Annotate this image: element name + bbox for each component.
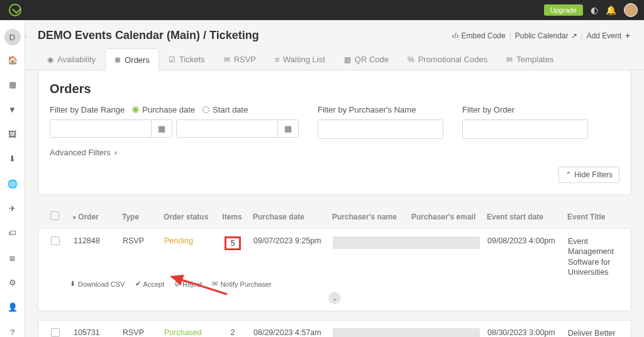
support-icon[interactable]: ◐ bbox=[591, 5, 598, 15]
order-type: RSVP bbox=[119, 236, 160, 245]
breadcrumb: DEMO Events Calendar (Main) / Ticketing bbox=[38, 29, 259, 42]
list-icon[interactable]: ≣ bbox=[8, 253, 18, 263]
topbar: Upgrade ◐ 🔔 bbox=[0, 0, 644, 20]
col-order[interactable]: ▾ Order bbox=[69, 213, 118, 221]
help-icon[interactable]: ? bbox=[8, 328, 18, 337]
date-to-input[interactable] bbox=[177, 120, 277, 137]
notify-action[interactable]: ✉Notify Purchaser bbox=[212, 280, 271, 288]
orders-icon: ≣ bbox=[114, 55, 121, 64]
promo-icon: % bbox=[408, 55, 414, 64]
tab-templates[interactable]: ✉Templates bbox=[497, 48, 563, 70]
filter-order-label: Filter by Order bbox=[462, 105, 588, 114]
filter-icon[interactable]: ▼ bbox=[8, 105, 18, 114]
radio-start-date[interactable]: Start date bbox=[203, 105, 248, 114]
sidebar: D › 🏠 ▦ ▼ 🖼 ⬇ 🌐 ✈ 🏷 ≣ ⚙ 👤 ? bbox=[0, 20, 25, 337]
public-calendar-link[interactable]: Public Calendar↗ bbox=[515, 31, 577, 40]
col-items[interactable]: Items bbox=[215, 213, 249, 221]
add-event-link[interactable]: Add Event＋ bbox=[587, 30, 631, 41]
tab-tickets[interactable]: ☑Tickets bbox=[159, 48, 214, 70]
calendar-icon[interactable]: ▦ bbox=[8, 80, 18, 89]
page-title: Orders bbox=[50, 82, 619, 96]
expand-row-button[interactable]: ⌄ bbox=[328, 292, 341, 304]
globe-icon[interactable]: 🌐 bbox=[8, 179, 18, 189]
tab-orders[interactable]: ≣Orders bbox=[105, 48, 159, 70]
col-event-start[interactable]: Event start date bbox=[483, 213, 564, 221]
mail-icon: ✉ bbox=[212, 280, 218, 288]
download-icon[interactable]: ⬇ bbox=[8, 154, 18, 163]
date-from-picker[interactable]: ▦ bbox=[151, 120, 172, 137]
col-purchase-date[interactable]: Purchase date bbox=[249, 213, 328, 221]
send-icon[interactable]: ✈ bbox=[8, 204, 18, 213]
rsvp-icon: ✉ bbox=[224, 55, 230, 64]
select-all-checkbox[interactable] bbox=[50, 211, 59, 220]
sort-icon: ▾ bbox=[73, 214, 76, 221]
radio-purchase-date[interactable]: Purchase date bbox=[132, 105, 195, 114]
accept-action[interactable]: ✔Accept bbox=[135, 280, 165, 288]
home-icon[interactable]: 🏠 bbox=[8, 55, 18, 65]
check-icon: ✔ bbox=[135, 280, 141, 288]
tab-rsvp[interactable]: ✉RSVP bbox=[214, 48, 265, 70]
embed-code-link[interactable]: ‹/›Embed Code bbox=[452, 31, 505, 40]
redacted-content bbox=[333, 328, 480, 337]
tab-availability[interactable]: ◉Availability bbox=[38, 48, 105, 70]
tabs: ◉Availability ≣Orders ☑Tickets ✉RSVP ≡Wa… bbox=[25, 48, 644, 70]
event-start-date: 08/30/2023 3:00pm bbox=[484, 328, 564, 337]
tickets-icon: ☑ bbox=[169, 55, 175, 64]
tab-qr-code[interactable]: ▦QR Code bbox=[335, 48, 398, 70]
bell-icon[interactable]: 🔔 bbox=[606, 5, 616, 15]
filter-order-input[interactable] bbox=[462, 119, 588, 139]
event-title: Event Management Software for Universiti… bbox=[564, 236, 622, 277]
order-id[interactable]: 105731 bbox=[70, 328, 119, 337]
user-icon[interactable]: 👤 bbox=[8, 302, 18, 312]
chevron-down-icon: ⌄ bbox=[332, 295, 337, 302]
col-purchaser-name[interactable]: Purchaser's name bbox=[328, 213, 408, 221]
filter-name-input[interactable] bbox=[318, 119, 443, 139]
plus-icon: ＋ bbox=[624, 30, 631, 41]
col-purchaser-email[interactable]: Purchaser's email bbox=[408, 213, 483, 221]
row-checkbox[interactable] bbox=[51, 328, 60, 337]
reject-action[interactable]: ⊘Reject bbox=[174, 280, 202, 288]
event-title: Deliver Better Courses with Timely Onlin… bbox=[564, 328, 622, 337]
download-csv-action[interactable]: ⬇Download CSV bbox=[70, 280, 125, 288]
filter-date-label: Filter by Date Range bbox=[50, 105, 125, 114]
purchase-date: 09/07/2023 9:25pm bbox=[250, 236, 329, 245]
image-icon[interactable]: 🖼 bbox=[8, 130, 18, 139]
items-count: 2 bbox=[216, 328, 250, 337]
tab-waiting-list[interactable]: ≡Waiting List bbox=[265, 48, 335, 70]
filter-name-label: Filter by Purchaser's Name bbox=[318, 105, 443, 114]
redacted-content bbox=[333, 236, 480, 249]
brand-logo-icon bbox=[9, 4, 21, 16]
advanced-filters-toggle[interactable]: Advanced Filters› bbox=[50, 148, 117, 157]
upgrade-button[interactable]: Upgrade bbox=[544, 4, 583, 16]
chevron-right-icon: › bbox=[114, 148, 117, 157]
date-from-input[interactable] bbox=[50, 120, 151, 137]
row-checkbox[interactable] bbox=[51, 236, 60, 245]
hide-filters-button[interactable]: ⌃Hide Filters bbox=[558, 167, 619, 183]
date-to-picker[interactable]: ▦ bbox=[277, 120, 298, 137]
sidebar-selector[interactable]: D › bbox=[4, 29, 21, 45]
chevron-up-icon: ⌃ bbox=[565, 170, 572, 179]
availability-icon: ◉ bbox=[47, 55, 53, 64]
external-link-icon: ↗ bbox=[571, 31, 577, 40]
table-header: ▾ Order Type Order status Items Purchase… bbox=[38, 205, 631, 228]
tab-promotional-codes[interactable]: %Promotional Codes bbox=[398, 48, 497, 70]
order-id[interactable]: 112848 bbox=[70, 236, 119, 245]
table-row: 112848 RSVP Pending 5 09/07/2023 9:25pm … bbox=[38, 228, 631, 311]
event-start-date: 09/08/2023 4:00pm bbox=[484, 236, 564, 245]
col-status[interactable]: Order status bbox=[160, 213, 215, 221]
status-badge: Pending bbox=[164, 236, 193, 245]
col-event-title[interactable]: Event Title bbox=[564, 213, 623, 221]
table-row: 105731 RSVP Purchased 2 08/29/2023 4:57a… bbox=[38, 320, 631, 337]
code-icon: ‹/› bbox=[452, 31, 458, 40]
items-count-highlight: 5 bbox=[225, 236, 242, 250]
settings-icon[interactable]: ⚙ bbox=[8, 278, 18, 287]
download-icon: ⬇ bbox=[70, 280, 75, 288]
qr-icon: ▦ bbox=[344, 55, 351, 64]
col-type[interactable]: Type bbox=[118, 213, 160, 221]
purchase-date: 08/29/2023 4:57am bbox=[250, 328, 329, 337]
tag-icon[interactable]: 🏷 bbox=[8, 228, 18, 238]
waiting-list-icon: ≡ bbox=[275, 55, 279, 64]
cancel-icon: ⊘ bbox=[174, 280, 180, 288]
order-type: RSVP bbox=[119, 328, 160, 337]
avatar[interactable] bbox=[624, 3, 638, 17]
